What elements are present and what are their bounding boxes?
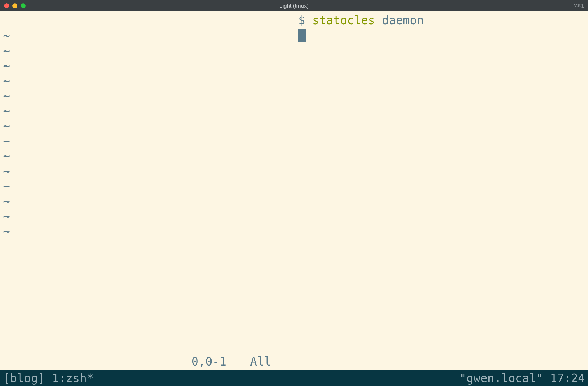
vim-scroll-percent: All: [250, 354, 271, 369]
vim-cursor-position: 0,0-1: [191, 354, 226, 369]
vim-tilde: ~: [3, 28, 293, 44]
vim-tilde: ~: [3, 104, 293, 119]
tmux-session-name: [blog]: [3, 371, 45, 385]
vim-tilde: ~: [3, 149, 293, 164]
vim-tilde: ~: [3, 119, 293, 134]
tmux-host: "gwen.local": [459, 371, 543, 385]
vim-tilde: ~: [3, 134, 293, 149]
vim-pane[interactable]: ~~~~~~~~~~~~~~ 0,0-1 All: [0, 11, 293, 370]
tmux-status-right: "gwen.local" 17:24: [459, 371, 585, 385]
vim-tilde: ~: [3, 44, 293, 59]
vim-tilde: ~: [3, 179, 293, 194]
terminal-window: Light (tmux) ⌥⌘1 ~~~~~~~~~~~~~~ 0,0-1 Al…: [0, 0, 588, 386]
tmux-time: 17:24: [550, 371, 585, 385]
vim-tilde: ~: [3, 194, 293, 209]
close-icon[interactable]: [4, 3, 9, 8]
window-controls: [4, 3, 26, 8]
vim-tilde: ~: [3, 89, 293, 104]
minimize-icon[interactable]: [12, 3, 17, 8]
tmux-window-name: 1:zsh*: [52, 371, 94, 385]
tab-shortcut-indicator: ⌥⌘1: [574, 2, 584, 9]
shell-cursor-line: [298, 28, 588, 43]
shell-argument: daemon: [382, 14, 424, 27]
shell-prompt: $: [298, 14, 305, 27]
shell-command: statocles: [312, 14, 375, 27]
tmux-status-left: [blog] 1:zsh*: [3, 371, 94, 385]
vim-tilde: ~: [3, 209, 293, 224]
maximize-icon[interactable]: [21, 3, 26, 8]
tmux-status-bar: [blog] 1:zsh* "gwen.local" 17:24: [0, 370, 588, 386]
shell-command-line: $ statocles daemon: [298, 13, 588, 28]
tmux-panes: ~~~~~~~~~~~~~~ 0,0-1 All $ statocles dae…: [0, 11, 588, 370]
vim-tilde: ~: [3, 74, 293, 89]
titlebar: Light (tmux) ⌥⌘1: [0, 0, 588, 11]
vim-statusline: 0,0-1 All: [3, 354, 293, 370]
window-title: Light (tmux): [0, 3, 588, 9]
cursor-icon: [298, 29, 306, 42]
vim-tilde: ~: [3, 224, 293, 239]
vim-buffer[interactable]: ~~~~~~~~~~~~~~: [3, 11, 293, 354]
vim-tilde: ~: [3, 59, 293, 74]
shell-pane[interactable]: $ statocles daemon: [293, 11, 588, 370]
vim-tilde: ~: [3, 164, 293, 179]
